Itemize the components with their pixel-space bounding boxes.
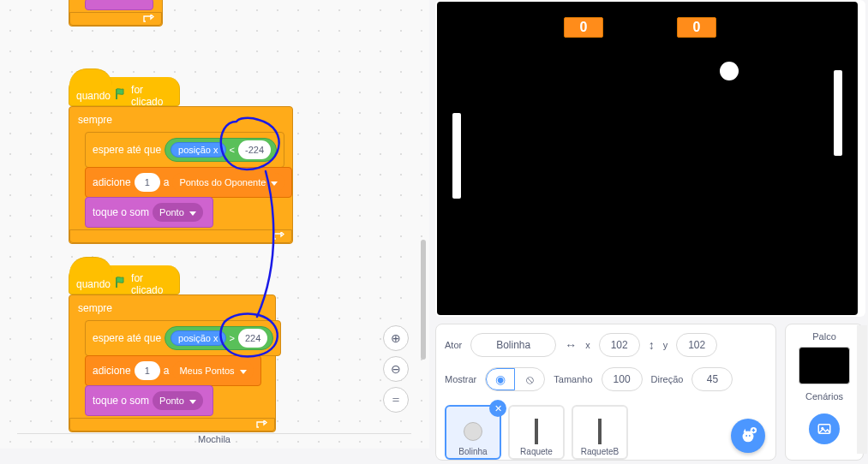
var-name-2: Meus Pontos [179,366,234,376]
eye-off-icon: ⦸ [526,372,534,387]
hide-button[interactable]: ⦸ [515,368,544,390]
stage-thumbnail[interactable] [799,347,850,384]
play-sound-block-2[interactable]: toque o som Ponto [85,385,213,416]
var-dropdown-1[interactable]: Pontos do Oponente [172,173,284,192]
operator-lt-block-1[interactable]: posição x < -224 [165,138,277,162]
visibility-toggle[interactable]: ◉ ⦸ [485,367,545,391]
var-dropdown-2[interactable]: Meus Pontos [172,361,253,380]
zoom-in-icon: ⊕ [391,331,401,345]
sprite-tile-raquete[interactable]: Raquete [508,405,565,460]
sprite-tile-label: Bolinha [458,447,487,456]
hat-when-flag-clicked-2[interactable]: quando for clicado [69,265,180,294]
forever-block-1[interactable]: sempre espere até que posição x < -224 a… [69,106,293,244]
change-var-block-1[interactable]: adicione 1 a Pontos do Oponente [85,167,292,198]
sprite-thumb-raqueteb [583,416,617,447]
x-label: x [585,340,590,350]
cat-plus-icon [739,426,757,445]
sprite-tile-label: RaqueteB [581,447,619,456]
sound-dropdown-2[interactable]: Ponto [153,391,203,410]
add-label2-1: a [164,176,170,188]
code-area[interactable]: quando for clicado sempre espere até que… [0,0,429,449]
wait-until-label-1: espere até que [93,144,161,156]
backpack-bar[interactable]: Mochila [17,433,411,447]
position-x-reporter-1[interactable]: posição x [171,142,225,158]
paddle-right [834,70,842,156]
zoom-reset-icon: ＝ [390,392,402,407]
sound-label-1: toque o som [93,206,149,218]
add-value-input-2[interactable]: 1 [135,361,160,380]
stage[interactable]: 0 0 [437,2,858,315]
svg-point-1 [745,435,747,437]
cenarios-label: Cenários [805,391,843,402]
tamanho-label: Tamanho [554,374,592,384]
green-flag-icon [114,87,128,104]
script-stack-0-partial[interactable] [69,0,163,27]
forever-foot-1 [69,229,292,243]
code-scrollbar[interactable] [419,0,428,445]
eye-icon: ◉ [495,372,506,386]
wait-until-block-2[interactable]: espere até que posição x > 224 [85,320,281,356]
zoom-reset-button[interactable]: ＝ [383,387,409,413]
forever-foot-2 [69,418,275,431]
stage-selector-panel: Palco Cenários [785,324,864,461]
swap-h-icon: ↔ [565,338,577,352]
y-input[interactable]: 102 [676,333,717,357]
swap-v-icon: ↕ [649,338,655,352]
loop-arrow-icon [142,15,154,25]
trash-icon: ✕ [494,403,502,414]
op-value-input-1[interactable]: -224 [238,140,271,159]
y-label: y [663,340,668,350]
delete-sprite-button[interactable]: ✕ [489,400,506,417]
show-button[interactable]: ◉ [486,368,515,390]
wait-until-block-1[interactable]: espere até que posição x < -224 [85,132,284,168]
hat-when-flag-clicked-1[interactable]: quando for clicado [69,77,180,106]
sprite-tile-raqueteb[interactable]: RaqueteB [572,405,628,460]
position-x-reporter-2[interactable]: posição x [171,330,225,346]
var-name-1: Pontos do Oponente [179,177,266,187]
add-backdrop-button[interactable] [809,413,840,444]
score-opponent: 0 [564,17,603,38]
add-label2-2: a [164,365,170,377]
direcao-label: Direção [651,374,684,384]
wait-until-label-2: espere até que [93,332,161,344]
sprite-tile-bolinha[interactable]: ✕ Bolinha [445,405,501,460]
add-sprite-button[interactable] [731,419,765,453]
forever-block-2[interactable]: sempre espere até que posição x > 224 ad… [69,294,276,432]
script-stack-2[interactable]: quando for clicado sempre espere até que… [69,265,276,432]
add-label1-1: adicione [93,176,131,188]
right-scrollbar[interactable] [857,325,867,454]
hat2-prefix: quando [76,278,111,290]
op-value-input-2[interactable]: 224 [238,329,267,348]
code-scrollbar-thumb[interactable] [421,240,426,360]
zoom-in-button[interactable]: ⊕ [383,325,409,351]
sprite-thumb-bolinha [456,416,490,447]
sprite-name-input[interactable]: Bolinha [470,333,556,357]
sound-name-2: Ponto [159,396,184,406]
operator-gt-block-2[interactable]: posição x > 224 [165,326,273,350]
direction-input[interactable]: 45 [691,367,733,391]
hat1-suffix: for clicado [131,84,172,108]
score-player: 0 [677,17,716,38]
add-value-input-1[interactable]: 1 [135,173,160,192]
size-input[interactable]: 100 [602,367,643,391]
palco-title: Palco [812,331,836,342]
x-input[interactable]: 102 [599,333,640,357]
hat1-prefix: quando [76,90,111,102]
sound-name-1: Ponto [159,207,184,217]
script-stack-1[interactable]: quando for clicado sempre espere até que… [69,77,293,244]
svg-point-2 [749,435,751,437]
zoom-out-button[interactable]: ⊖ [383,356,409,382]
sound-dropdown-1[interactable]: Ponto [153,203,203,222]
sound-block-partial[interactable] [85,0,153,10]
forever-foot-0 [69,12,162,26]
forever-label-1: sempre [75,112,287,131]
play-sound-block-1[interactable]: toque o som Ponto [85,197,213,228]
ball [720,62,739,80]
sprite-list: ✕ Bolinha Raquete RaqueteB [445,405,767,460]
backpack-label: Mochila [198,434,230,444]
forever-label-2: sempre [75,300,270,319]
change-var-block-2[interactable]: adicione 1 a Meus Pontos [85,355,261,386]
loop-arrow-icon [255,420,267,431]
add-label1-2: adicione [93,365,131,377]
op-symbol-2: > [230,333,235,343]
